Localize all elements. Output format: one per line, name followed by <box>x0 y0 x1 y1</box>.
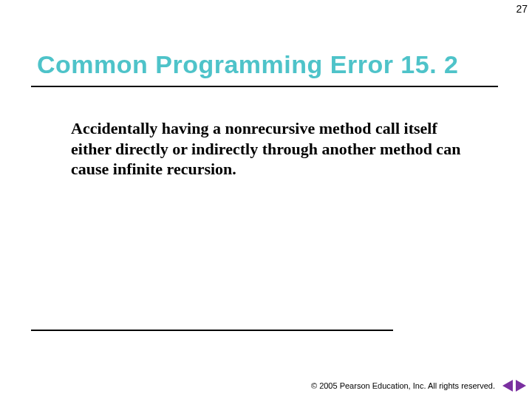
title-underline <box>31 86 498 87</box>
bottom-rule <box>31 330 393 331</box>
footer: © 2005 Pearson Education, Inc. All right… <box>311 380 526 392</box>
copyright-rest: 2005 Pearson Education, Inc. All rights … <box>317 381 495 390</box>
slide-title: Common Programming Error 15. 2 <box>37 50 458 79</box>
previous-slide-icon[interactable] <box>502 380 513 392</box>
body-text: Accidentally having a nonrecursive metho… <box>71 118 470 180</box>
copyright-text: © 2005 Pearson Education, Inc. All right… <box>311 381 495 390</box>
next-slide-icon[interactable] <box>516 380 526 392</box>
copyright-symbol: © <box>311 381 317 390</box>
page-number: 27 <box>516 3 528 15</box>
nav-arrows <box>502 380 526 392</box>
